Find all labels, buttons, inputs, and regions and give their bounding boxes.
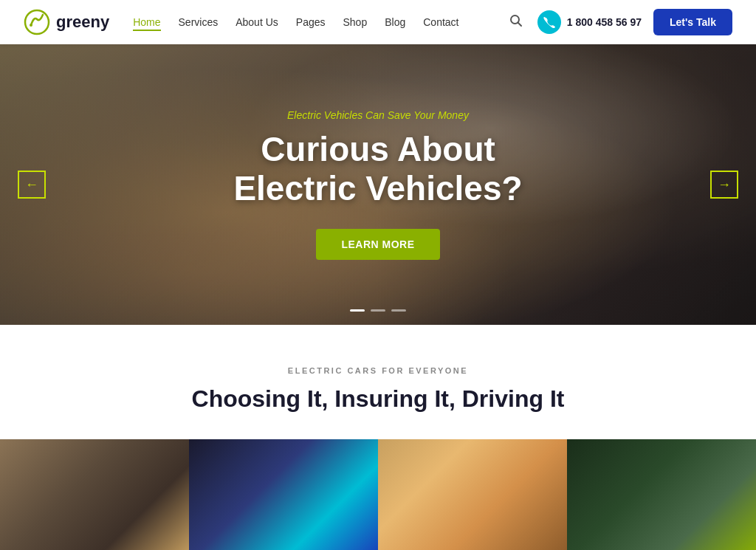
phone-icon xyxy=(543,16,555,28)
hero-dot-1[interactable] xyxy=(350,309,365,312)
arrow-right-icon: → xyxy=(718,177,731,193)
nav-link-pages[interactable]: Pages xyxy=(296,16,326,28)
nav-link-shop[interactable]: Shop xyxy=(343,16,368,28)
card-item-1[interactable] xyxy=(0,439,189,550)
logo-icon xyxy=(24,9,50,35)
search-button[interactable] xyxy=(506,11,526,34)
svg-line-3 xyxy=(518,22,521,26)
search-icon xyxy=(509,14,523,27)
logo-text: greeny xyxy=(56,13,109,32)
card-image-3 xyxy=(378,439,567,550)
svg-point-1 xyxy=(30,24,32,27)
svg-point-0 xyxy=(25,10,49,34)
card-image-4 xyxy=(567,439,756,550)
nav-links: Home Services About Us Pages Shop Blog C… xyxy=(133,16,458,29)
hero-content: Electric Vehicles Can Save Your Money Cu… xyxy=(233,109,522,260)
navbar: greeny Home Services About Us Pages Shop… xyxy=(0,0,756,44)
section-title: Choosing It, Insuring It, Driving It xyxy=(24,385,732,413)
card-item-2[interactable] xyxy=(189,439,378,550)
hero-section: ← Electric Vehicles Can Save Your Money … xyxy=(0,44,756,325)
nav-item-shop[interactable]: Shop xyxy=(343,16,368,29)
hero-dot-3[interactable] xyxy=(391,309,406,312)
phone-avatar xyxy=(537,10,561,34)
card-image-1 xyxy=(0,439,189,550)
hero-dot-2[interactable] xyxy=(371,309,385,312)
navbar-left: greeny Home Services About Us Pages Shop… xyxy=(24,9,458,35)
nav-link-about[interactable]: About Us xyxy=(236,16,278,28)
nav-item-pages[interactable]: Pages xyxy=(296,16,326,29)
hero-title: Curious About Electric Vehicles? xyxy=(233,130,522,208)
card-item-3[interactable] xyxy=(378,439,567,550)
nav-item-contact[interactable]: Contact xyxy=(423,16,458,29)
nav-link-contact[interactable]: Contact xyxy=(423,16,458,28)
phone-block: 1 800 458 56 97 xyxy=(537,10,642,34)
nav-item-about[interactable]: About Us xyxy=(236,16,278,29)
nav-item-blog[interactable]: Blog xyxy=(385,16,405,29)
nav-item-home[interactable]: Home xyxy=(133,16,160,29)
section-eyebrow: ELECTRIC CARS FOR EVERYONE xyxy=(24,366,732,375)
cards-section: ELECTRIC CARS FOR EVERYONE Choosing It, … xyxy=(0,325,756,550)
navbar-right: 1 800 458 56 97 Let's Talk xyxy=(506,9,732,35)
arrow-left-icon: ← xyxy=(25,177,38,193)
card-item-4[interactable] xyxy=(567,439,756,550)
nav-link-services[interactable]: Services xyxy=(179,16,219,28)
hero-dots xyxy=(350,309,406,312)
phone-number: 1 800 458 56 97 xyxy=(567,16,642,28)
hero-cta-button[interactable]: Learn More xyxy=(316,229,439,260)
nav-link-home[interactable]: Home xyxy=(133,16,160,31)
logo[interactable]: greeny xyxy=(24,9,109,35)
hero-title-line1: Curious About xyxy=(261,130,495,168)
card-grid xyxy=(0,439,756,550)
hero-next-button[interactable]: → xyxy=(710,171,738,199)
nav-link-blog[interactable]: Blog xyxy=(385,16,405,28)
card-image-2 xyxy=(189,439,378,550)
hero-subtitle: Electric Vehicles Can Save Your Money xyxy=(233,109,522,121)
hero-prev-button[interactable]: ← xyxy=(18,171,46,199)
lets-talk-button[interactable]: Let's Talk xyxy=(653,9,732,35)
nav-item-services[interactable]: Services xyxy=(179,16,219,29)
hero-title-line2: Electric Vehicles? xyxy=(233,169,522,207)
